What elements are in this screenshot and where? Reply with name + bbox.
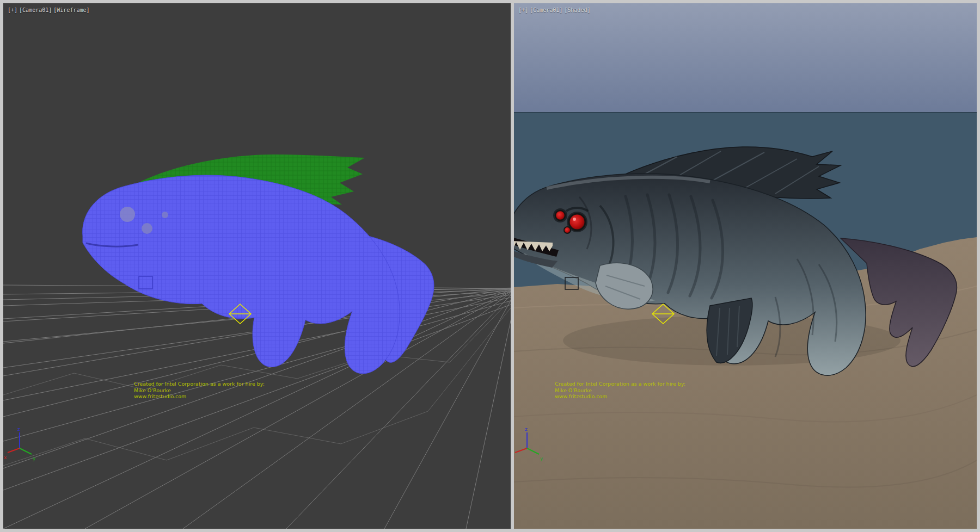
watermark-line2: Mike O'Rourke: [134, 387, 265, 394]
watermark-line1: Created for Intel Corporation as a work …: [134, 381, 265, 387]
axis-z-label: z: [525, 426, 528, 432]
axis-y-label: y: [540, 456, 543, 461]
fish-eye-large: [569, 214, 585, 230]
fish-eye-glint: [573, 218, 576, 221]
viewport-canvas-shaded[interactable]: z x y: [514, 3, 977, 529]
fish-eye-spot-small: [162, 212, 168, 218]
sky-background: [514, 3, 977, 113]
viewport-label-right: [+][Camera01][Shaded]: [518, 7, 592, 13]
axis-z-label: z: [17, 426, 20, 432]
viewport-shading-button[interactable]: [Wireframe]: [53, 7, 89, 13]
fish-eye-spot-medium: [142, 223, 152, 234]
viewport-label-left: [+][Camera01][Wireframe]: [8, 7, 91, 13]
watermark-left: Created for Intel Corporation as a work …: [134, 381, 265, 400]
watermark-line3: www.fritzstudio.com: [134, 393, 265, 400]
viewport-frame: z x y [+][Camera01][Wireframe] Created f…: [0, 0, 980, 532]
watermark-line2: Mike O'Rourke: [555, 387, 685, 394]
fish-eye-medium: [555, 211, 565, 220]
viewport-shaded[interactable]: z x y [+][Camera01][Shaded] Created for …: [514, 3, 977, 529]
watermark-line3: www.fritzstudio.com: [555, 393, 685, 400]
viewport-menu-button[interactable]: [+]: [8, 7, 17, 13]
fish-eye-spot-large: [120, 207, 135, 222]
viewport-canvas-wireframe[interactable]: z x y: [3, 3, 511, 529]
viewport-menu-button[interactable]: [+]: [518, 7, 528, 13]
viewport-camera-button[interactable]: [Camera01]: [530, 7, 562, 13]
watermark-right: Created for Intel Corporation as a work …: [555, 381, 685, 400]
watermark-line1: Created for Intel Corporation as a work …: [555, 381, 685, 387]
axis-y-label: y: [33, 456, 36, 461]
axis-x-label: x: [4, 455, 7, 460]
viewport-camera-button[interactable]: [Camera01]: [19, 7, 52, 13]
fish-eye-small: [564, 227, 571, 233]
viewport-shading-button[interactable]: [Shaded]: [564, 7, 590, 13]
viewport-wireframe[interactable]: z x y [+][Camera01][Wireframe] Created f…: [3, 3, 511, 529]
